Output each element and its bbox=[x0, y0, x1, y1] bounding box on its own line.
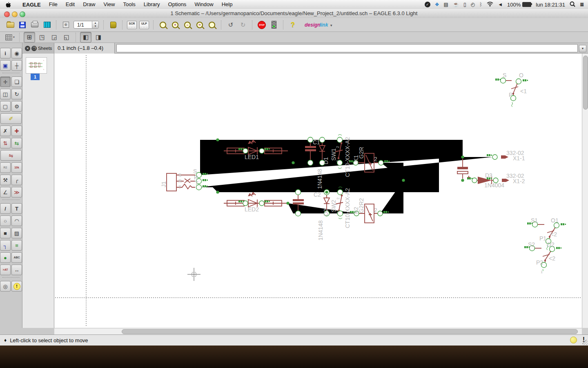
menu-app-name[interactable]: EAGLE bbox=[18, 2, 45, 8]
mirror-tool[interactable]: ◫ bbox=[0, 89, 11, 99]
display-layers-tool[interactable]: ▣ bbox=[0, 60, 11, 71]
print-button[interactable] bbox=[29, 20, 40, 30]
library-button[interactable] bbox=[108, 20, 118, 30]
mark-tool[interactable]: ┼ bbox=[11, 60, 22, 71]
sheet-thumbnail[interactable] bbox=[26, 57, 47, 74]
net-tool[interactable]: ≡ bbox=[11, 240, 22, 251]
label-tool[interactable]: ABC bbox=[11, 252, 22, 263]
rotate-tool[interactable]: ↻ bbox=[11, 89, 22, 99]
go-button[interactable] bbox=[269, 20, 279, 30]
wifi-icon[interactable] bbox=[487, 2, 493, 8]
menu-view[interactable]: View bbox=[100, 0, 119, 9]
bus-tool[interactable]: ┐ bbox=[0, 240, 11, 251]
delete-tool[interactable]: ✗ bbox=[0, 126, 11, 136]
stepper-arrows-icon[interactable]: ▲▼ bbox=[92, 21, 98, 28]
vertical-scrollbar-thumb[interactable] bbox=[583, 56, 588, 110]
horizontal-scrollbar-thumb[interactable] bbox=[122, 329, 578, 334]
close-window-button[interactable] bbox=[4, 11, 10, 17]
invoke-tool[interactable]: ≫ bbox=[11, 187, 22, 197]
vertical-scrollbar[interactable] bbox=[582, 54, 588, 328]
gateswap-tool[interactable]: ⇆ bbox=[11, 138, 22, 148]
window-layout-2-button[interactable]: ◳ bbox=[37, 32, 47, 42]
replace-tool[interactable]: ⇋ bbox=[0, 150, 22, 161]
command-history-dropdown[interactable]: ▼ bbox=[579, 45, 586, 52]
circle-tool[interactable]: ○ bbox=[0, 215, 11, 226]
attribute-tool[interactable]: >AT bbox=[0, 265, 11, 275]
minimize-window-button[interactable] bbox=[12, 11, 18, 17]
dimension-tool[interactable]: ↔ bbox=[11, 265, 22, 275]
sheets-tab[interactable]: ✕ ❐ Sheets bbox=[23, 43, 54, 54]
checkmark-status-icon[interactable]: ✓ bbox=[425, 2, 430, 7]
open-file-button[interactable] bbox=[5, 20, 16, 30]
horizontal-scrollbar[interactable] bbox=[54, 328, 582, 334]
text-tool[interactable]: T bbox=[11, 203, 22, 214]
copy-tool[interactable]: ❏ bbox=[11, 76, 22, 87]
zoom-window-button[interactable] bbox=[20, 11, 25, 17]
spotlight-icon[interactable] bbox=[570, 1, 575, 8]
stop-command-button[interactable]: STOP bbox=[256, 20, 267, 30]
erc-tool[interactable]: ◎ bbox=[0, 281, 11, 292]
undo-button[interactable]: ↺ bbox=[225, 20, 236, 30]
group-tool[interactable]: ▢ bbox=[0, 101, 11, 112]
rect-tool[interactable]: ■ bbox=[0, 228, 11, 238]
open-board-button[interactable]: ⊕ bbox=[60, 20, 71, 30]
redo-button[interactable]: ↻ bbox=[238, 20, 248, 30]
menu-file[interactable]: File bbox=[45, 0, 62, 9]
sheet-page-number[interactable]: 1 bbox=[31, 74, 40, 80]
menu-tools[interactable]: Tools bbox=[119, 0, 139, 9]
show-tool[interactable]: ◉ bbox=[11, 48, 22, 58]
panel-layout-1-button[interactable]: ◧ bbox=[80, 32, 91, 43]
menu-help[interactable]: Help bbox=[218, 0, 237, 9]
window-layout-1-button[interactable]: ⊞ bbox=[24, 32, 35, 43]
junction-tool[interactable]: ● bbox=[0, 252, 11, 263]
menu-draw[interactable]: Draw bbox=[79, 0, 99, 9]
window-layout-4-button[interactable]: ◱ bbox=[61, 32, 72, 42]
zoom-select-button[interactable]: = bbox=[194, 20, 205, 30]
coffee-cup-icon[interactable]: ☕ bbox=[453, 0, 459, 9]
zoom-fit-button[interactable] bbox=[158, 20, 168, 30]
run-ulp-button[interactable]: ULP——— bbox=[139, 20, 149, 30]
save-button[interactable] bbox=[17, 20, 28, 30]
menu-clock[interactable]: lun 18:21:31 bbox=[536, 2, 565, 8]
move-tool[interactable]: ✛ bbox=[0, 76, 11, 87]
volume-icon[interactable]: ◄ bbox=[498, 0, 503, 9]
add-part-tool[interactable]: ✚ bbox=[11, 126, 22, 136]
bluetooth-icon[interactable]: ᛒ bbox=[479, 0, 482, 9]
info-tool[interactable]: i bbox=[0, 48, 11, 58]
value-tool[interactable]: 10k bbox=[11, 162, 22, 173]
detach-panel-icon[interactable]: ❐ bbox=[31, 46, 37, 51]
panel-layout-2-button[interactable]: ◨ bbox=[93, 32, 104, 42]
zoom-out-button[interactable]: – bbox=[182, 20, 193, 30]
design-link-menu[interactable]: design link ▼ bbox=[305, 22, 333, 28]
dropbox-icon[interactable]: ❖ bbox=[435, 0, 439, 9]
pinswap-tool[interactable]: ⇅ bbox=[0, 138, 11, 148]
errors-tool[interactable]: ! bbox=[11, 281, 22, 292]
sheet-selector[interactable]: 1/1 ▲▼ bbox=[74, 21, 99, 29]
battery-indicator[interactable]: 100% bbox=[507, 2, 531, 8]
change-tool[interactable]: ⚙ bbox=[11, 101, 22, 112]
menu-library[interactable]: Library bbox=[140, 0, 164, 9]
wire-tool[interactable]: / bbox=[0, 203, 11, 214]
menu-options[interactable]: Options bbox=[164, 0, 191, 9]
menu-window[interactable]: Window bbox=[190, 0, 217, 9]
name-tool[interactable]: R2 bbox=[0, 162, 11, 173]
miter-tool[interactable]: ╭ bbox=[11, 175, 22, 185]
command-line-input[interactable] bbox=[116, 44, 578, 52]
arc-tool[interactable]: ◠ bbox=[11, 215, 22, 226]
schematic-canvas[interactable]: LED1 LED2 C1 C2 1N4148 D1 1N4148 D2 SW1 … bbox=[54, 54, 582, 328]
window-resize-grip[interactable] bbox=[582, 340, 588, 345]
smash-tool[interactable]: ⚒ bbox=[0, 175, 11, 185]
zoom-in-button[interactable]: + bbox=[170, 20, 180, 30]
time-machine-icon[interactable]: ◴ bbox=[471, 0, 475, 9]
help-button[interactable]: ? bbox=[287, 20, 298, 30]
run-script-button[interactable]: SCR——— bbox=[127, 20, 137, 30]
zoom-redraw-button[interactable] bbox=[207, 20, 217, 30]
cam-processor-button[interactable] bbox=[42, 20, 52, 30]
disk-drive-icon[interactable]: ▤ bbox=[444, 0, 448, 9]
window-layout-3-button[interactable]: ◲ bbox=[49, 32, 60, 42]
polygon-tool[interactable]: ▨ bbox=[11, 228, 22, 238]
window-title-bar[interactable]: 1 Schematic – /Users/germanopanico/Docum… bbox=[0, 9, 588, 18]
apple-menu-icon[interactable] bbox=[6, 2, 11, 8]
notification-center-icon[interactable]: ≣ bbox=[580, 0, 584, 9]
close-panel-icon[interactable]: ✕ bbox=[25, 46, 30, 51]
